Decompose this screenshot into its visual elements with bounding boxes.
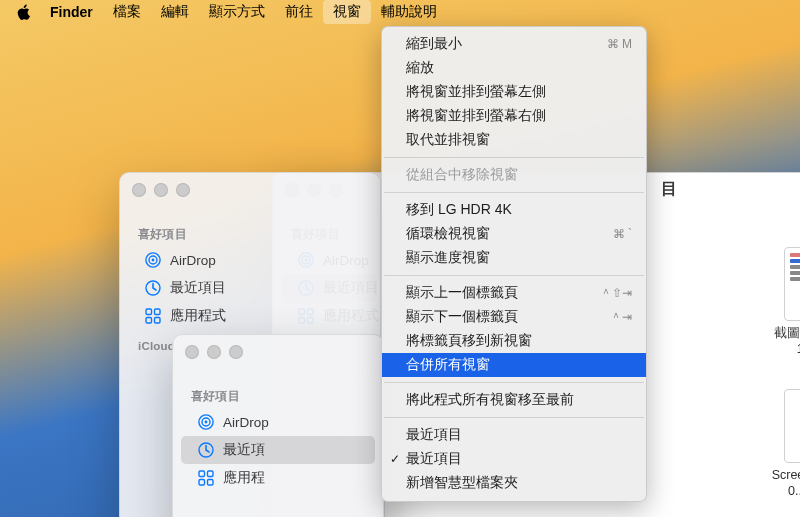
menu-item[interactable]: 最近項目 bbox=[382, 423, 646, 447]
menu-item-label: 取代並排視窗 bbox=[406, 131, 490, 149]
sidebar-item-label: 最近項目 bbox=[170, 279, 226, 297]
sidebar-item[interactable]: AirDrop bbox=[181, 408, 375, 436]
checkmark-icon: ✓ bbox=[390, 452, 400, 466]
sidebar-item-label: AirDrop bbox=[223, 415, 269, 430]
menu-item[interactable]: 循環檢視視窗⌘ ` bbox=[382, 222, 646, 246]
airdrop-icon bbox=[144, 251, 162, 269]
sidebar-item-label: AirDrop bbox=[170, 253, 216, 268]
menu-file[interactable]: 檔案 bbox=[103, 0, 151, 24]
sidebar-item-label: 最近項 bbox=[223, 441, 265, 459]
menu-item[interactable]: 顯示下一個標籤頁＾⇥ bbox=[382, 305, 646, 329]
menu-item-shortcut: ⌘ M bbox=[607, 37, 632, 51]
window-menu-dropdown: 縮到最小⌘ M縮放將視窗並排到螢幕左側將視窗並排到螢幕右側取代並排視窗從組合中移… bbox=[381, 26, 647, 502]
airdrop-icon bbox=[197, 413, 215, 431]
menu-item[interactable]: 縮到最小⌘ M bbox=[382, 32, 646, 56]
menu-item-label: 移到 LG HDR 4K bbox=[406, 201, 512, 219]
clock-icon bbox=[197, 441, 215, 459]
file-label: 截圖 2023-02-21 17.16.18 bbox=[763, 326, 800, 357]
menu-item-label: 將此程式所有視窗移至最前 bbox=[406, 391, 574, 409]
apple-menu-icon[interactable] bbox=[14, 4, 32, 20]
menu-item-label: 新增智慧型檔案夾 bbox=[406, 474, 518, 492]
menu-edit[interactable]: 編輯 bbox=[151, 0, 199, 24]
sidebar-item[interactable]: 最近項目 bbox=[128, 274, 372, 302]
menu-item[interactable]: ✓最近項目 bbox=[382, 447, 646, 471]
menu-item-label: 顯示進度視窗 bbox=[406, 249, 490, 267]
apps-icon bbox=[197, 469, 215, 487]
screenshot-icon bbox=[784, 247, 800, 321]
menu-item-label: 從組合中移除視窗 bbox=[406, 166, 518, 184]
sidebar-item-label: 應用程式 bbox=[170, 307, 226, 325]
menu-item[interactable]: 將視窗並排到螢幕左側 bbox=[382, 80, 646, 104]
menu-item-label: 循環檢視視窗 bbox=[406, 225, 490, 243]
menu-item[interactable]: 移到 LG HDR 4K bbox=[382, 198, 646, 222]
finder-window-front[interactable]: 喜好項目 AirDrop最近項應用程 bbox=[172, 334, 384, 517]
menu-item-label: 縮放 bbox=[406, 59, 434, 77]
file-label: Screenshot 2023-0...14.45.20 bbox=[763, 468, 800, 499]
menu-go[interactable]: 前往 bbox=[275, 0, 323, 24]
menu-item-label: 將視窗並排到螢幕左側 bbox=[406, 83, 546, 101]
menu-item[interactable]: 合併所有視窗 bbox=[382, 353, 646, 377]
menu-item-shortcut: ⌘ ` bbox=[613, 227, 632, 241]
traffic-lights[interactable] bbox=[132, 183, 190, 197]
file-thumbnail[interactable]: Screenshot 2023-0...14.45.20 bbox=[763, 389, 800, 499]
menu-item-label: 將標籤頁移到新視窗 bbox=[406, 332, 532, 350]
menu-item-label: 合併所有視窗 bbox=[406, 356, 490, 374]
menu-item-label: 縮到最小 bbox=[406, 35, 462, 53]
menu-item[interactable]: 將標籤頁移到新視窗 bbox=[382, 329, 646, 353]
menu-item-shortcut: ＾⇥ bbox=[610, 309, 632, 326]
window-title-fragment: 目 bbox=[661, 179, 677, 200]
traffic-lights[interactable] bbox=[185, 345, 243, 359]
menu-item[interactable]: 將此程式所有視窗移至最前 bbox=[382, 388, 646, 412]
menu-item[interactable]: 顯示進度視窗 bbox=[382, 246, 646, 270]
menu-view[interactable]: 顯示方式 bbox=[199, 0, 275, 24]
menu-item[interactable]: 顯示上一個標籤頁＾⇧⇥ bbox=[382, 281, 646, 305]
sidebar-item-label: 應用程 bbox=[223, 469, 265, 487]
apps-icon bbox=[144, 307, 162, 325]
sidebar-item[interactable]: 應用程 bbox=[181, 464, 375, 492]
menu-help[interactable]: 輔助說明 bbox=[371, 0, 447, 24]
menu-item[interactable]: 新增智慧型檔案夾 bbox=[382, 471, 646, 495]
screenshot-icon bbox=[784, 389, 800, 463]
menu-item-shortcut: ＾⇧⇥ bbox=[600, 285, 632, 302]
menubar: Finder 檔案 編輯 顯示方式 前往 視窗 輔助說明 bbox=[0, 0, 800, 24]
menu-item[interactable]: 將視窗並排到螢幕右側 bbox=[382, 104, 646, 128]
sidebar-item[interactable]: AirDrop bbox=[128, 246, 372, 274]
menu-item-label: 顯示上一個標籤頁 bbox=[406, 284, 518, 302]
clock-icon bbox=[144, 279, 162, 297]
menu-item[interactable]: 取代並排視窗 bbox=[382, 128, 646, 152]
menu-app-name[interactable]: Finder bbox=[40, 1, 103, 23]
sidebar-item[interactable]: 應用程式 bbox=[128, 302, 372, 330]
menu-item-label: 顯示下一個標籤頁 bbox=[406, 308, 518, 326]
menu-item: 從組合中移除視窗 bbox=[382, 163, 646, 187]
sidebar-item[interactable]: 最近項 bbox=[181, 436, 375, 464]
menu-item-label: 將視窗並排到螢幕右側 bbox=[406, 107, 546, 125]
menu-window[interactable]: 視窗 bbox=[323, 0, 371, 24]
menu-item[interactable]: 縮放 bbox=[382, 56, 646, 80]
menu-item-label: 最近項目 bbox=[406, 450, 462, 468]
file-thumbnail[interactable]: 截圖 2023-02-21 17.16.18 bbox=[763, 247, 800, 357]
menu-item-label: 最近項目 bbox=[406, 426, 462, 444]
